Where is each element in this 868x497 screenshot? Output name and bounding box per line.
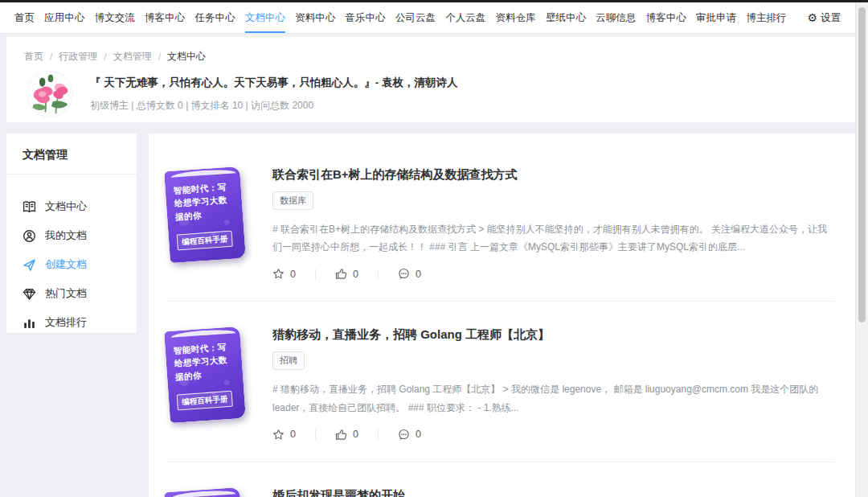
breadcrumb: 首页 / 行政管理 / 文档管理 / 文档中心: [6, 37, 855, 64]
sidebar-item-create-doc[interactable]: 创建文档: [6, 250, 137, 279]
gem-icon: [23, 287, 36, 301]
nav-item-task-center[interactable]: 任务中心: [194, 3, 235, 33]
like-stat[interactable]: 0: [335, 429, 358, 441]
sidebar-item-doc-center[interactable]: 文档中心: [6, 192, 137, 221]
doc-stats: 0 0 0: [272, 429, 834, 441]
star-count: 0: [290, 269, 296, 280]
breadcrumb-home[interactable]: 首页: [24, 50, 43, 64]
sidebar: 文档管理 文档中心 我的文档: [6, 133, 137, 333]
profile-text: 『 天下无难事，只怕有心人。天下天易事，只怕粗心人。』- 袁枚，清朝诗人 初级博…: [90, 76, 458, 113]
daily-quote: 『 天下无难事，只怕有心人。天下天易事，只怕粗心人。』- 袁枚，清朝诗人: [90, 76, 458, 90]
doc-excerpt: # 联合索引在B+树上的存储结构及数据查找方式 > 能坚持别人不能坚持的，才能拥…: [272, 220, 834, 256]
star-stat[interactable]: 0: [272, 429, 296, 441]
breadcrumb-admin[interactable]: 行政管理: [59, 50, 97, 64]
avatar[interactable]: [27, 72, 72, 117]
doc-body: 婚后却发现是噩梦的开始 故事 感情 生活: [272, 485, 834, 497]
doc-excerpt: # 猎豹移动，直播业务，招聘 Golang 工程师【北京】 > 我的微信是 le…: [272, 380, 834, 416]
book-cover-title: 智能时代：写给想学习大数据的你: [173, 179, 236, 223]
book-cover-title: 智能时代：写给想学习大数据的你: [173, 340, 236, 384]
comment-stat[interactable]: 0: [398, 429, 421, 441]
settings-label: 设置: [821, 11, 841, 25]
book-icon: [23, 200, 36, 214]
nav-item-blog-exchange[interactable]: 博文交流: [95, 3, 135, 33]
doc-tag[interactable]: 招聘: [272, 351, 305, 370]
doc-title[interactable]: 婚后却发现是噩梦的开始: [272, 488, 834, 497]
thumbs-up-icon: [335, 268, 347, 280]
breadcrumb-doc-management[interactable]: 文档管理: [113, 50, 152, 64]
nav-item-home[interactable]: 首页: [14, 3, 35, 33]
doc-item[interactable]: 智能时代：写给想学习大数据的你 编程百科手册 婚后却发现是噩梦的开始 故事 感情…: [165, 485, 834, 497]
like-count: 0: [353, 429, 358, 440]
nav-item-blogger-ranking[interactable]: 博主排行: [746, 3, 786, 33]
sidebar-menu: 文档中心 我的文档 创建文档: [6, 175, 137, 337]
comment-count: 0: [416, 269, 421, 280]
doc-tags: 数据库: [272, 191, 834, 210]
comment-stat[interactable]: 0: [398, 268, 421, 280]
bar-chart-icon: [23, 316, 36, 330]
nav-item-personal-cloud[interactable]: 个人云盘: [445, 3, 485, 33]
book-cover[interactable]: 智能时代：写给想学习大数据的你 编程百科手册: [165, 164, 247, 262]
comment-count: 0: [416, 429, 421, 440]
nav-item-wallpaper-center[interactable]: 壁纸中心: [546, 3, 586, 33]
book-cover[interactable]: 智能时代：写给想学习大数据的你 编程百科手册: [165, 485, 247, 497]
doc-stats: 0 0 0: [272, 268, 834, 280]
nav-item-blog-center[interactable]: 博客中心: [145, 3, 185, 33]
doc-body: 联合索引在B+树上的存储结构及数据查找方式 数据库 # 联合索引在B+树上的存储…: [272, 164, 834, 280]
doc-body: 猎豹移动，直播业务，招聘 Golang 工程师【北京】 招聘 # 猎豹移动，直播…: [272, 324, 834, 440]
breadcrumb-separator: /: [158, 51, 161, 63]
book-cover-badge: 编程百科手册: [177, 391, 233, 411]
gear-icon: ⚙: [807, 12, 817, 23]
sidebar-title: 文档管理: [6, 133, 137, 174]
nav-item-music-center[interactable]: 音乐中心: [346, 3, 386, 33]
star-count: 0: [290, 429, 296, 440]
settings-button[interactable]: ⚙ 设置: [807, 11, 841, 25]
lotus-flower-image: [27, 72, 72, 117]
book-cover-art: 智能时代：写给想学习大数据的你 编程百科手册: [164, 327, 246, 423]
comment-icon: [398, 268, 410, 280]
user-profile: 『 天下无难事，只怕有心人。天下天易事，只怕粗心人。』- 袁枚，清朝诗人 初级博…: [6, 64, 855, 117]
book-cover[interactable]: 智能时代：写给想学习大数据的你 编程百科手册: [165, 324, 247, 422]
book-cover-badge: 编程百科手册: [177, 231, 233, 251]
scrollbar-thumb[interactable]: [858, 7, 866, 322]
page-header: 首页 / 行政管理 / 文档管理 / 文档中心: [6, 37, 855, 122]
stat-divider: [315, 429, 316, 440]
thumbs-up-icon: [335, 429, 347, 441]
doc-title[interactable]: 猎豹移动，直播业务，招聘 Golang 工程师【北京】: [272, 327, 834, 343]
nav-item-app-center[interactable]: 应用中心: [44, 3, 84, 33]
breadcrumb-separator: /: [104, 51, 106, 63]
doc-title[interactable]: 联合索引在B+树上的存储结构及数据查找方式: [272, 167, 834, 183]
window-top-edge: [0, 0, 868, 2]
nav-item-approval[interactable]: 审批申请: [696, 3, 736, 33]
sidebar-item-label: 文档排行: [45, 315, 87, 330]
nav-items: 首页 应用中心 博文交流 博客中心 任务中心 文档中心 资料中心 音乐中心 公司…: [14, 3, 786, 33]
like-stat[interactable]: 0: [335, 268, 358, 280]
stat-divider: [315, 269, 316, 280]
sidebar-item-label: 文档中心: [45, 199, 87, 214]
breadcrumb-doc-center: 文档中心: [167, 50, 206, 64]
comment-icon: [398, 429, 410, 441]
top-nav: 首页 应用中心 博文交流 博客中心 任务中心 文档中心 资料中心 音乐中心 公司…: [0, 2, 855, 34]
stat-divider: [378, 429, 379, 440]
nav-item-material-center[interactable]: 资料中心: [295, 3, 335, 33]
doc-tag[interactable]: 数据库: [272, 191, 313, 210]
like-count: 0: [353, 269, 358, 280]
sidebar-item-my-docs[interactable]: 我的文档: [6, 221, 137, 250]
doc-tags: 招聘: [272, 351, 834, 370]
breadcrumb-separator: /: [50, 51, 52, 63]
nav-item-material-warehouse[interactable]: 资料仓库: [496, 3, 536, 33]
nav-item-blog-center-2[interactable]: 博客中心: [646, 3, 686, 33]
page-scrollbar[interactable]: [855, 2, 868, 497]
nav-item-doc-center[interactable]: 文档中心: [245, 3, 285, 33]
nav-item-company-cloud[interactable]: 公司云盘: [395, 3, 436, 33]
sidebar-item-doc-ranking[interactable]: 文档排行: [6, 308, 137, 337]
sidebar-item-hot-docs[interactable]: 热门文档: [6, 279, 137, 308]
stat-divider: [378, 269, 379, 280]
doc-item[interactable]: 智能时代：写给想学习大数据的你 编程百科手册 联合索引在B+树上的存储结构及数据…: [165, 164, 834, 302]
sidebar-item-label: 创建文档: [45, 257, 87, 272]
doc-item[interactable]: 智能时代：写给想学习大数据的你 编程百科手册 猎豹移动，直播业务，招聘 Gola…: [165, 324, 834, 462]
nav-item-cloud-chat[interactable]: 云聊信息: [596, 3, 636, 33]
star-icon: [272, 429, 285, 441]
star-stat[interactable]: 0: [272, 268, 296, 280]
book-cover-art: 智能时代：写给想学习大数据的你 编程百科手册: [164, 487, 246, 497]
send-icon: [23, 258, 36, 272]
